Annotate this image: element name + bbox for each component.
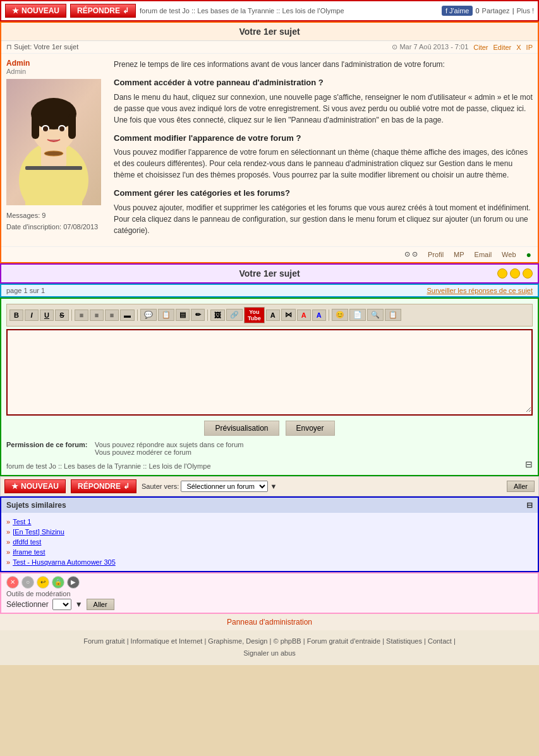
link-button[interactable]: 🔗: [226, 309, 243, 321]
star-icon: ★: [12, 6, 19, 15]
aller-button[interactable]: Aller: [507, 481, 535, 492]
mod-icon-x[interactable]: ✕: [6, 576, 19, 589]
section3-text: Vous pouvez ajouter, modifier et supprim…: [114, 202, 533, 236]
footer-link[interactable]: Statistiques: [386, 637, 422, 645]
similar-topics-title: Sujets similaires: [6, 501, 66, 510]
topic-link[interactable]: [En Test] Shizinu: [13, 528, 64, 536]
topic-link[interactable]: iframe test: [13, 548, 45, 556]
list-button[interactable]: ▤: [176, 309, 190, 321]
bold-button[interactable]: B: [9, 309, 23, 321]
footer-link[interactable]: Forum gratuit d'entraide: [307, 637, 380, 645]
breadcrumb: forum de test Jo :: Les bases de la Tyra…: [140, 7, 438, 15]
search-button[interactable]: 🔍: [367, 309, 384, 321]
email-link[interactable]: Email: [475, 251, 492, 258]
emoji-button[interactable]: 😊: [332, 309, 348, 321]
mod-icon-back[interactable]: ↩: [37, 576, 49, 589]
perm-reply: Vous pouvez répondre aux sujets dans ce …: [95, 441, 533, 448]
page-info-bar: page 1 sur 1 Surveiller les réponses de …: [0, 284, 539, 297]
collapse-icon[interactable]: ⊟: [525, 459, 533, 469]
editor-toolbar: B I U S ≡ ≡ ≡ ▬ 💬 📋 ▤ ✏ 🖼 🔗: [6, 304, 533, 327]
footer-link[interactable]: Informatique et Internet: [131, 637, 203, 645]
footer-link-abuse[interactable]: Signaler un abus: [243, 649, 296, 657]
user-stats: Messages: 9 Date d'inscription: 07/08/20…: [6, 210, 107, 232]
color-button[interactable]: A: [297, 309, 311, 321]
editor-buttons: Prévisualisation Envoyer: [6, 421, 533, 436]
quote-button[interactable]: 💬: [140, 309, 157, 321]
plus-link[interactable]: Plus !: [516, 7, 534, 15]
topic-link[interactable]: Test 1: [13, 518, 31, 525]
collapse-similar-icon[interactable]: ⊟: [526, 501, 533, 510]
italic-button[interactable]: I: [25, 309, 39, 321]
edit-link[interactable]: Editer: [494, 44, 512, 51]
preview-button[interactable]: Prévisualisation: [204, 421, 279, 436]
topic-link[interactable]: Test - Husqvarna Automower 305: [13, 558, 116, 566]
align-left-button[interactable]: ≡: [75, 309, 88, 321]
align-right-button[interactable]: ≡: [105, 309, 119, 321]
img-button[interactable]: 🖼: [210, 309, 225, 321]
inscription-label: Date d'inscription:: [6, 223, 61, 231]
section3-title: Comment gérer les catégories et les foru…: [114, 187, 533, 200]
footer-link[interactable]: © phpBB: [273, 637, 301, 645]
font-button[interactable]: A: [266, 309, 280, 321]
fb-like-area: f J'aime 0 Partagez | Plus !: [442, 6, 534, 16]
post-footer-bar: ⊙ ⊙ Profil MP Email Web ●: [1, 246, 538, 262]
surveil-link[interactable]: Surveiller les réponses de ce sujet: [427, 287, 533, 294]
repondre-bottom-button[interactable]: RÉPONDRE ↲: [71, 479, 136, 493]
admin-panel-anchor[interactable]: Panneau d'administration: [227, 618, 312, 627]
web-link[interactable]: Web: [502, 251, 516, 258]
admin-panel-link: Panneau d'administration: [0, 614, 539, 630]
reply-icon-bottom: ↲: [123, 482, 130, 491]
code-button[interactable]: 📋: [158, 309, 174, 321]
mod-select[interactable]: [52, 599, 71, 610]
mod-icon-lock[interactable]: 🔒: [52, 576, 64, 589]
footer-sep: |: [454, 637, 456, 645]
mod-aller-button[interactable]: Aller: [87, 599, 114, 610]
profil-link[interactable]: Profil: [428, 251, 444, 258]
separator1: [71, 309, 72, 321]
bullet-icon: »: [6, 528, 10, 536]
svg-point-11: [59, 126, 64, 131]
forum-select[interactable]: Sélectionner un forum: [181, 481, 268, 492]
topic-link[interactable]: dfdfd test: [13, 538, 41, 546]
dropdown-icon: ▼: [270, 483, 277, 490]
video-button[interactable]: YouTube: [244, 307, 265, 323]
cite-link[interactable]: Citer: [473, 44, 488, 51]
special-button[interactable]: ⋈: [281, 309, 296, 321]
underline-button[interactable]: U: [40, 309, 54, 321]
svg-point-12: [44, 151, 63, 156]
align-center-button[interactable]: ≡: [90, 309, 104, 321]
footer-link[interactable]: Graphisme, Design: [208, 637, 267, 645]
send-button[interactable]: Envoyer: [286, 421, 335, 436]
user-role: Admin: [6, 68, 107, 75]
post-title: Votre 1er sujet: [239, 27, 300, 37]
share-link[interactable]: Partagez: [482, 7, 510, 15]
mod-icon-circle[interactable]: ○: [21, 576, 34, 589]
mod-label: Outils de modération: [6, 590, 533, 597]
strikethrough-button[interactable]: S: [55, 309, 69, 321]
icon-gold: [523, 268, 533, 279]
align-justify-button[interactable]: ▬: [120, 309, 135, 321]
online-dot: ●: [526, 249, 531, 260]
mp-link[interactable]: MP: [454, 251, 464, 258]
nouveau-bottom-button[interactable]: ★ NOUVEAU: [4, 479, 66, 493]
bgcolor-button[interactable]: A: [312, 309, 326, 321]
inscription-date: 07/08/2013: [63, 223, 98, 231]
subject-bar-title: Votre 1er sujet: [239, 268, 300, 279]
permissions-area: Permission de ce forum: Vous pouvez répo…: [6, 441, 533, 456]
copy-button[interactable]: 📋: [385, 309, 401, 321]
ip-link[interactable]: IP: [526, 44, 533, 51]
editor-textarea[interactable]: [8, 330, 531, 412]
post-content-area: Admin Admin: [1, 54, 538, 246]
repondre-button[interactable]: RÉPONDRE ↲: [70, 4, 136, 18]
nouveau-button[interactable]: ★ NOUVEAU: [5, 4, 66, 18]
fb-like-button[interactable]: f J'aime: [442, 6, 473, 16]
pdf-button[interactable]: 📄: [349, 309, 366, 321]
delete-link[interactable]: X: [516, 44, 521, 51]
list-item: » Test 1: [6, 517, 533, 527]
post-subject: ⊓ Sujet: Votre 1er sujet: [6, 43, 387, 51]
mod-icon-next[interactable]: ▶: [67, 576, 80, 589]
footer-link[interactable]: Forum gratuit: [83, 637, 124, 645]
site-footer: Forum gratuit | Informatique et Internet…: [0, 630, 539, 666]
hr-button[interactable]: ✏: [191, 309, 205, 321]
footer-link[interactable]: Contact: [428, 637, 452, 645]
